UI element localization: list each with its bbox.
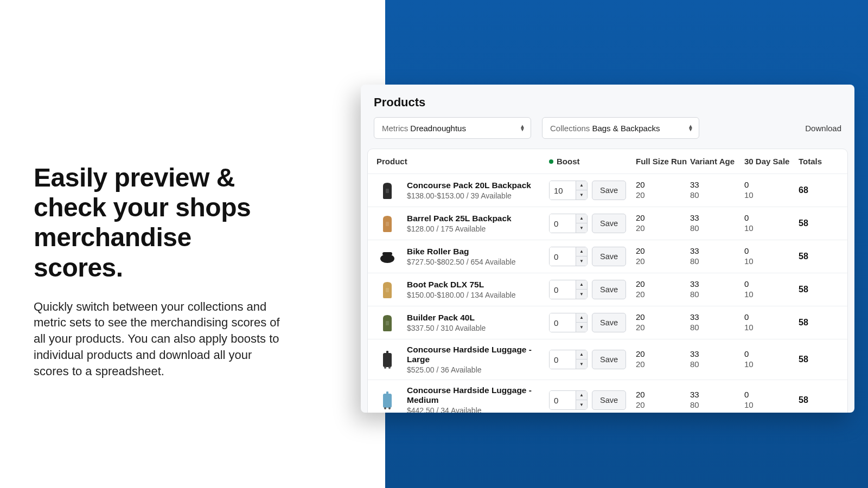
step-up-icon[interactable]: ▲ — [576, 313, 587, 323]
boost-input[interactable] — [550, 247, 576, 266]
download-link[interactable]: Download — [805, 124, 841, 133]
boost-stepper[interactable]: ▲▼ — [549, 350, 588, 369]
boost-input[interactable] — [550, 280, 576, 299]
product-thumb — [376, 349, 398, 370]
svg-rect-11 — [386, 391, 388, 394]
save-button[interactable]: Save — [592, 247, 626, 266]
variant-age-value: 3380 — [690, 246, 744, 267]
product-info: Builder Pack 40L$337.50 / 310 Available — [407, 313, 549, 332]
thirty-day-value: 010 — [744, 213, 799, 234]
thirty-day-value: 010 — [744, 349, 799, 370]
variant-age-value: 3380 — [690, 180, 744, 201]
full-size-run-value: 2020 — [636, 246, 690, 267]
step-down-icon[interactable]: ▼ — [576, 290, 587, 299]
boost-stepper[interactable]: ▲▼ — [549, 280, 588, 299]
product-subtext: $337.50 / 310 Available — [407, 324, 549, 332]
metrics-select-value: Dreadnoughtus — [410, 124, 466, 133]
step-up-icon[interactable]: ▲ — [576, 280, 587, 290]
total-value: 68 — [799, 185, 837, 195]
metrics-select-label: Metrics — [382, 124, 408, 133]
col-variant-age: Variant Age — [690, 157, 744, 166]
save-button[interactable]: Save — [592, 214, 626, 233]
product-subtext: $727.50-$802.50 / 654 Available — [407, 258, 549, 266]
svg-rect-6 — [383, 353, 392, 367]
variant-age-value: 3380 — [690, 349, 744, 370]
svg-point-13 — [388, 407, 391, 409]
svg-point-9 — [388, 367, 391, 369]
boost-cell: ▲▼Save — [549, 350, 636, 369]
save-button[interactable]: Save — [592, 313, 626, 332]
product-subtext: $150.00-$180.00 / 134 Available — [407, 291, 549, 299]
col-product: Product — [376, 157, 549, 166]
boost-cell: ▲▼Save — [549, 280, 636, 299]
product-subtext: $525.00 / 36 Available — [407, 365, 549, 374]
product-name: Concourse Hardside Luggage - Large — [407, 345, 549, 364]
product-thumb — [376, 179, 398, 201]
product-info: Concourse Hardside Luggage - Medium$442.… — [407, 386, 549, 413]
boost-stepper[interactable]: ▲▼ — [549, 390, 588, 410]
step-down-icon[interactable]: ▼ — [576, 359, 587, 369]
product-thumb — [376, 213, 398, 234]
variant-age-value: 3380 — [690, 390, 744, 410]
step-up-icon[interactable]: ▲ — [576, 350, 587, 359]
boost-input[interactable] — [550, 214, 576, 233]
select-caret-icon: ▲▼ — [688, 125, 693, 131]
collections-select[interactable]: Collections Bags & Backpacks ▲▼ — [542, 117, 699, 139]
col-full-size-run: Full Size Run — [636, 157, 690, 166]
save-button[interactable]: Save — [592, 390, 626, 410]
step-up-icon[interactable]: ▲ — [576, 247, 587, 256]
boost-stepper[interactable]: ▲▼ — [549, 313, 588, 332]
total-value: 58 — [799, 285, 837, 294]
table-row: Concourse Pack 20L Backpack$138.00-$153.… — [368, 174, 847, 207]
boost-input[interactable] — [550, 313, 576, 332]
metrics-select[interactable]: Metrics Dreadnoughtus ▲▼ — [374, 117, 531, 139]
marketing-body: Quickly switch between your collections … — [34, 299, 283, 379]
product-info: Boot Pack DLX 75L$150.00-$180.00 / 134 A… — [407, 280, 549, 299]
svg-rect-1 — [386, 222, 389, 226]
thirty-day-value: 010 — [744, 279, 799, 300]
col-totals: Totals — [799, 157, 837, 166]
boost-input[interactable] — [550, 391, 576, 409]
thirty-day-value: 010 — [744, 312, 799, 333]
step-down-icon[interactable]: ▼ — [576, 323, 587, 332]
boost-stepper[interactable]: ▲▼ — [549, 247, 588, 266]
step-up-icon[interactable]: ▲ — [576, 391, 587, 400]
step-down-icon[interactable]: ▼ — [576, 256, 587, 266]
product-thumb — [376, 279, 398, 300]
boost-stepper[interactable]: ▲▼ — [549, 214, 588, 233]
product-subtext: $128.00 / 175 Available — [407, 224, 549, 233]
save-button[interactable]: Save — [592, 280, 626, 299]
save-button[interactable]: Save — [592, 181, 626, 200]
total-value: 58 — [799, 318, 837, 328]
boost-input[interactable] — [550, 181, 576, 200]
product-info: Concourse Pack 20L Backpack$138.00-$153.… — [407, 181, 549, 200]
boost-stepper[interactable]: ▲▼ — [549, 181, 588, 200]
table-row: Concourse Hardside Luggage - Large$525.0… — [368, 339, 847, 380]
products-table: Product Boost Full Size Run Variant Age … — [367, 149, 848, 413]
boost-input[interactable] — [550, 350, 576, 369]
select-caret-icon: ▲▼ — [520, 125, 525, 131]
table-row: Bike Roller Bag$727.50-$802.50 / 654 Ava… — [368, 240, 847, 273]
step-down-icon[interactable]: ▼ — [576, 190, 587, 200]
total-value: 58 — [799, 355, 837, 364]
thirty-day-value: 010 — [744, 180, 799, 201]
boost-cell: ▲▼Save — [549, 313, 636, 332]
thirty-day-value: 010 — [744, 390, 799, 410]
product-thumb — [376, 312, 398, 333]
product-thumb — [376, 246, 398, 267]
step-up-icon[interactable]: ▲ — [576, 181, 587, 190]
panel-title: Products — [374, 95, 841, 110]
svg-rect-5 — [386, 321, 389, 325]
variant-age-value: 3380 — [690, 312, 744, 333]
svg-point-2 — [380, 254, 394, 263]
full-size-run-value: 2020 — [636, 279, 690, 300]
save-button[interactable]: Save — [592, 350, 626, 369]
boost-cell: ▲▼Save — [549, 181, 636, 200]
step-up-icon[interactable]: ▲ — [576, 214, 587, 223]
boost-cell: ▲▼Save — [549, 214, 636, 233]
step-down-icon[interactable]: ▼ — [576, 400, 587, 409]
product-info: Bike Roller Bag$727.50-$802.50 / 654 Ava… — [407, 247, 549, 266]
step-down-icon[interactable]: ▼ — [576, 223, 587, 233]
total-value: 58 — [799, 252, 837, 261]
product-thumb — [376, 389, 398, 411]
